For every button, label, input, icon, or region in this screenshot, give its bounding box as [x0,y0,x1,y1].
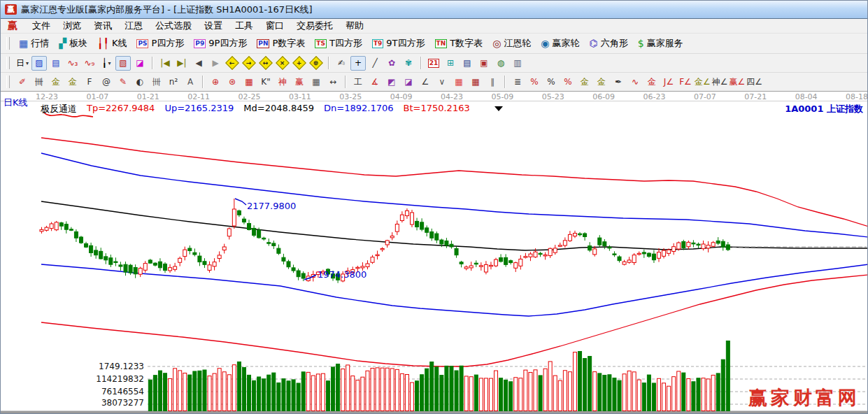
trendline-button[interactable]: ╱ [367,56,383,71]
gold-circle-button[interactable]: 金 [577,75,592,90]
title-bar[interactable]: 赢 赢家江恩专业版[赢家内部服务平台] - [上证指数 SH1A0001-167… [1,1,867,19]
menu-item-1[interactable]: 浏览 [57,19,87,33]
gann-region-button[interactable]: ▧ [115,56,131,71]
next-page-button[interactable]: ▶ [208,56,223,71]
9t-square-button[interactable]: T99T四方形 [367,36,430,51]
market-quotes-button[interactable]: ▦行情 [14,36,54,51]
toolbar-grip[interactable] [6,76,10,88]
four-angle-button[interactable]: 四∠ [746,75,762,90]
grid-tool-button[interactable]: 卌 [31,75,47,90]
axis-grid-button[interactable]: ▦ [468,75,483,90]
percent-line-button[interactable]: % [527,75,542,90]
f-angle-button[interactable]: F∠ [678,75,693,90]
ink-pen-button[interactable]: ✒ [611,75,626,90]
last-bar-button[interactable]: ▶| [174,56,190,71]
percent-red-button[interactable]: % [560,75,576,90]
winner-service-button[interactable]: $赢家服务 [633,36,688,51]
zoom-in-diamond-button[interactable]: → [241,56,257,71]
measure-pencil-button[interactable]: ✎ [115,75,131,90]
pattern-tool-button[interactable]: ✿ [384,56,399,71]
kline-button[interactable]: ╽╿K线 [92,36,131,51]
menu-item-2[interactable]: 资讯 [87,19,118,33]
wave-tool-button[interactable]: ✾ [401,56,416,71]
gold-angle-button[interactable]: 金∠ [695,75,711,90]
compare-bars-button[interactable]: ≣ [510,75,525,90]
period-day-button[interactable]: 日▾ [15,56,30,71]
angle-lines-button[interactable]: ∠ [418,75,433,90]
menu-item-0[interactable]: 文件 [26,19,57,33]
menu-item-4[interactable]: 公式选股 [149,19,198,33]
win-grid-button[interactable]: 赢 [292,75,307,90]
fan-box-button[interactable]: ◩ [384,75,399,90]
sectors-button[interactable]: ▞板块 [54,36,92,51]
parallel-lines-button[interactable]: ∥ [485,75,500,90]
menu-item-7[interactable]: 窗口 [259,19,290,33]
wave3-button[interactable]: ∿₃ [65,56,80,71]
drag-hand-button[interactable]: ✍ [334,56,349,71]
menu-item-8[interactable]: 交易委托 [290,19,339,33]
menu-item-6[interactable]: 工具 [229,19,259,33]
save-button[interactable]: ▣ [476,56,492,71]
p-number-table-button[interactable]: PNP数字表 [252,36,310,51]
menu-item-9[interactable]: 帮助 [339,19,370,33]
wave9-button[interactable]: ∿₉ [82,56,97,71]
gann-box-button[interactable]: 工 [350,75,366,90]
red-grid-button[interactable]: ▦ [451,75,467,90]
winner-wheel-button[interactable]: ◉赢家轮 [536,36,584,51]
gann-wheel-button[interactable]: ◎江恩轮 [488,36,536,51]
candle-style-button[interactable]: ╽▾ [99,56,114,71]
gold-channel-button[interactable]: 金 [644,75,660,90]
star-grid-button[interactable]: ⊛ [225,75,240,90]
shen-angle-button[interactable]: 神∠ [712,75,728,90]
spiral-button[interactable]: @ [99,75,114,90]
v-lines-button[interactable]: ∨ [434,75,450,90]
hexagon-button[interactable]: ⌬六角形 [585,36,633,51]
gold-line-button[interactable]: 金 [594,75,609,90]
info-panel-button[interactable]: ▤ [48,56,64,71]
angle-measure-button[interactable]: A [183,75,198,90]
t-square-button[interactable]: TST四方形 [310,36,367,51]
fan-lines-button[interactable]: ∡ [367,75,383,90]
t-number-table-button[interactable]: TNT数字表 [430,36,488,51]
export-button[interactable]: ◍ [493,56,508,71]
win-angle-button[interactable]: 赢∠ [730,75,746,90]
full-view-diamond-button[interactable]: ⊛ [308,56,324,71]
cross-diamond-button[interactable]: + [292,56,307,71]
j-angle-button[interactable]: J∠ [661,75,676,90]
zoom-out-diamond-button[interactable]: ← [225,56,240,71]
toolbar-grip[interactable] [6,57,10,69]
histogram-button[interactable]: ◪ [132,56,148,71]
workstation-button[interactable]: ▥ [510,56,525,71]
crosshair-button[interactable]: + [350,56,366,71]
expand-horizontal-diamond-button[interactable]: ↔ [258,56,273,71]
prev-page-button[interactable]: ◀ [191,56,206,71]
zoom-region-button[interactable]: ▨ [31,56,47,71]
gold-grid2-button[interactable]: 金 [65,75,80,90]
span-arrows-button[interactable]: ↔ [325,75,341,90]
pattern-tool-icon: ✿ [388,59,395,67]
fib-grid-button[interactable]: F [82,75,97,90]
notepad-button[interactable]: ▤ [460,56,475,71]
n-square-button[interactable]: n² [166,75,181,90]
grid-123-button[interactable]: ▦ [308,75,324,90]
shen-grid-button[interactable]: 神 [275,75,290,90]
toolbar-grip[interactable] [6,37,10,50]
gold-grid-button[interactable]: 金 [48,75,64,90]
box-grid-button[interactable]: ▦ [241,75,257,90]
percent-button[interactable]: % [543,75,559,90]
hash-lines-button[interactable]: 卌 [149,75,164,90]
wave-channel-button[interactable]: ∿ [627,75,643,90]
target-circle-button[interactable]: ⊕ [208,75,223,90]
first-bar-button[interactable]: |◀ [157,56,173,71]
calendar-button[interactable]: 21 [426,56,441,71]
k-quote-button[interactable]: K" [258,75,273,90]
9p-square-button[interactable]: P99P四方形 [189,36,252,51]
time-cycle-button[interactable]: ◐ [132,75,148,90]
draw-brush-button[interactable]: ✐ [15,75,30,90]
compress-diamond-button[interactable]: × [275,56,290,71]
p-square-button[interactable]: PSP四方形 [131,36,189,51]
menu-item-3[interactable]: 江恩 [118,19,149,33]
calculator-button[interactable]: ⊞ [443,56,458,71]
menu-item-5[interactable]: 设置 [198,19,229,33]
fan-box2-button[interactable]: ◪ [401,75,416,90]
